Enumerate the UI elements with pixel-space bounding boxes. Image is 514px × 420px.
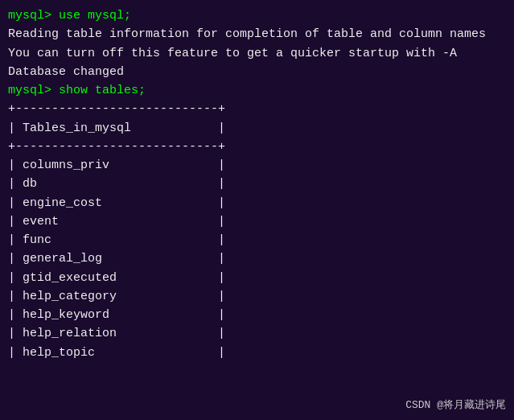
terminal-line-cmd1: mysql> use mysql; <box>8 6 506 25</box>
terminal-line-info1: Reading table information for completion… <box>8 25 506 43</box>
terminal-line-border1: +----------------------------+ <box>8 100 506 118</box>
terminal-line-row11: | help_topic | <box>8 344 506 362</box>
watermark-label: CSDN @将月藏进诗尾 <box>405 397 506 412</box>
terminal-line-cmd2: mysql> show tables; <box>8 81 506 100</box>
terminal-line-info2: You can turn off this feature to get a q… <box>8 44 506 63</box>
terminal-line-changed: Database changed <box>8 63 506 81</box>
terminal-line-row7: | gtid_executed | <box>8 269 506 287</box>
terminal-line-row6: | general_log | <box>8 249 506 268</box>
terminal-line-row3: | engine_cost | <box>8 194 506 212</box>
terminal-line-row8: | help_category | <box>8 287 506 306</box>
terminal-line-row9: | help_keyword | <box>8 306 506 324</box>
terminal-line-row2: | db | <box>8 175 506 193</box>
terminal-output: mysql> use mysql;Reading table informati… <box>8 6 506 362</box>
terminal-line-header: | Tables_in_mysql | <box>8 119 506 138</box>
terminal-line-row1: | columns_priv | <box>8 156 506 175</box>
terminal-line-border2: +----------------------------+ <box>8 138 506 156</box>
terminal-line-row5: | func | <box>8 231 506 249</box>
terminal-line-row4: | event | <box>8 212 506 231</box>
terminal-line-row10: | help_relation | <box>8 324 506 343</box>
